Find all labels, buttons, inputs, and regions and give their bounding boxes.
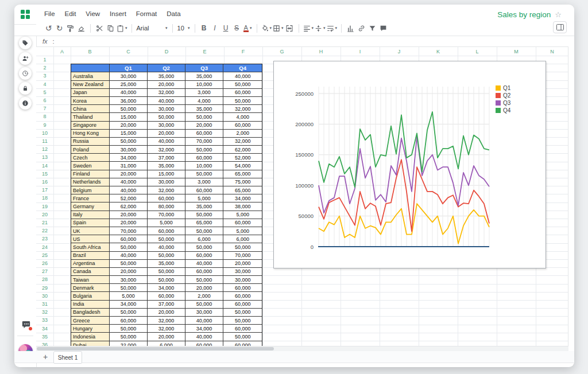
value-cell[interactable]: 35,000 <box>185 72 224 80</box>
value-cell[interactable]: 50,000 <box>223 309 262 317</box>
row-header-4[interactable]: 4 <box>36 80 53 88</box>
country-cell[interactable]: New Zealand <box>71 81 110 89</box>
column-header-B[interactable]: B <box>71 47 109 56</box>
value-cell[interactable]: 60,000 <box>148 292 185 300</box>
text-color-button[interactable]: A▾ <box>242 22 253 34</box>
value-cell[interactable]: 50,000 <box>185 146 224 154</box>
value-cell[interactable]: 32,000 <box>148 325 185 333</box>
value-cell[interactable]: 50,000 <box>185 301 224 309</box>
value-cell[interactable]: 37,000 <box>148 301 185 309</box>
row-header-1[interactable]: 1 <box>36 56 53 64</box>
value-cell[interactable]: 60,000 <box>223 301 262 309</box>
country-cell[interactable]: Germany <box>71 202 110 211</box>
country-cell[interactable]: Singapore <box>71 122 110 130</box>
value-cell[interactable]: 34,000 <box>148 284 185 292</box>
history-button[interactable] <box>19 67 32 80</box>
value-cell[interactable]: 35,000 <box>148 72 185 80</box>
column-header-I[interactable]: I <box>341 47 380 56</box>
country-cell[interactable]: South Africa <box>71 243 110 251</box>
menu-insert[interactable]: Insert <box>110 10 126 17</box>
value-cell[interactable]: 40,000 <box>148 243 185 251</box>
country-cell[interactable]: Korea <box>71 97 110 105</box>
value-cell[interactable]: 32,000 <box>148 146 185 154</box>
row-header-21[interactable]: 21 <box>36 219 53 227</box>
row-header-11[interactable]: 11 <box>36 137 53 145</box>
insert-link-button[interactable] <box>356 22 367 34</box>
country-cell[interactable]: Bulgaria <box>71 292 110 300</box>
row-header-35[interactable]: 35 <box>36 333 53 341</box>
value-cell[interactable]: 30,000 <box>223 268 262 276</box>
value-cell[interactable]: 30,000 <box>110 146 148 154</box>
row-header-29[interactable]: 29 <box>36 284 53 292</box>
redo-button[interactable]: ↻ <box>54 22 65 34</box>
column-header-E[interactable]: E <box>185 47 224 56</box>
value-cell[interactable]: 30,000 <box>110 72 148 80</box>
italic-button[interactable]: I <box>210 22 220 34</box>
country-cell[interactable]: India <box>71 301 110 309</box>
country-cell[interactable]: Canada <box>71 268 110 276</box>
value-cell[interactable]: 40,000 <box>110 178 148 186</box>
table-header-empty[interactable] <box>71 64 110 72</box>
value-cell[interactable]: 3,000 <box>185 178 224 186</box>
row-header-16[interactable]: 16 <box>36 178 53 186</box>
value-cell[interactable]: 40,000 <box>148 138 185 146</box>
value-cell[interactable]: 30,000 <box>148 122 185 130</box>
formula-bar[interactable]: fx : <box>36 36 568 47</box>
value-cell[interactable]: 60,000 <box>185 130 224 138</box>
font-dropdown[interactable]: ▾ <box>165 26 168 30</box>
value-cell[interactable]: 40,000 <box>185 260 224 268</box>
value-cell[interactable]: 38,000 <box>223 202 262 211</box>
value-cell[interactable]: 50,000 <box>148 235 185 243</box>
row-header-19[interactable]: 19 <box>36 202 53 211</box>
borders-button-dropdown[interactable]: ▾ <box>281 26 284 30</box>
value-cell[interactable]: 40,000 <box>185 317 224 325</box>
row-header-26[interactable]: 26 <box>36 259 53 267</box>
value-cell[interactable]: 5,000 <box>223 227 262 235</box>
paste-button-dropdown[interactable]: ▾ <box>125 26 127 30</box>
row-header-30[interactable]: 30 <box>36 292 53 300</box>
column-header-L[interactable]: L <box>458 47 497 56</box>
value-cell[interactable]: 50,000 <box>110 325 148 333</box>
value-cell[interactable]: 50,000 <box>148 268 185 276</box>
value-cell[interactable]: 30,000 <box>148 178 185 186</box>
value-cell[interactable]: 60,000 <box>223 89 262 97</box>
row-header-17[interactable]: 17 <box>36 186 53 194</box>
value-cell[interactable]: 20,000 <box>185 122 224 130</box>
country-cell[interactable]: US <box>71 235 110 243</box>
value-cell[interactable]: 20,000 <box>110 211 148 219</box>
value-cell[interactable]: 10,000 <box>185 162 224 170</box>
value-cell[interactable]: 34,000 <box>110 154 148 162</box>
table-header-Q1[interactable]: Q1 <box>110 64 148 72</box>
strikethrough-button[interactable]: S <box>231 22 242 34</box>
value-cell[interactable]: 20,000 <box>148 130 185 138</box>
merge-cells-button[interactable] <box>284 22 295 34</box>
value-cell[interactable]: 2,000 <box>185 292 224 300</box>
undo-button[interactable]: ↺ <box>43 22 54 34</box>
value-cell[interactable]: 3,000 <box>185 89 224 97</box>
country-cell[interactable]: France <box>71 194 110 202</box>
font-select[interactable]: Arial▾ <box>136 22 169 34</box>
cut-button[interactable] <box>94 22 105 34</box>
value-cell[interactable]: 50,000 <box>223 333 262 341</box>
value-cell[interactable]: 37,000 <box>148 154 185 162</box>
row-header-33[interactable]: 33 <box>36 316 53 324</box>
country-cell[interactable]: Bangladesh <box>71 309 110 317</box>
value-cell[interactable]: 50,000 <box>223 317 262 325</box>
row-header-24[interactable]: 24 <box>36 243 53 251</box>
comment-button[interactable] <box>378 22 389 34</box>
value-cell[interactable]: 60,000 <box>185 268 224 276</box>
value-cell[interactable]: 32,000 <box>148 317 185 325</box>
add-sheet-button[interactable]: + <box>40 352 51 362</box>
value-cell[interactable]: 60,000 <box>185 186 224 194</box>
value-cell[interactable]: 65,000 <box>185 219 224 227</box>
chat-button[interactable] <box>21 320 31 329</box>
value-cell[interactable]: 10,000 <box>185 81 224 89</box>
value-cell[interactable]: 20,000 <box>148 81 185 89</box>
menu-edit[interactable]: Edit <box>65 10 76 17</box>
country-cell[interactable]: Russia <box>71 138 110 146</box>
country-cell[interactable]: Finland <box>71 170 110 178</box>
country-cell[interactable]: Spain <box>71 219 110 227</box>
country-cell[interactable]: Brazil <box>71 252 110 260</box>
value-cell[interactable]: 50,000 <box>223 243 262 251</box>
value-cell[interactable]: 60,000 <box>148 194 185 202</box>
